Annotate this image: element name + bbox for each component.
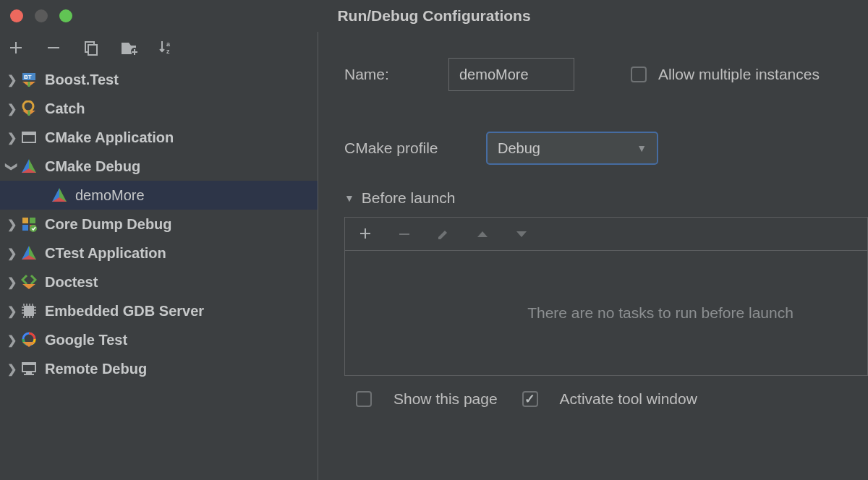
main-panel: Name: Allow multiple instances CMake pro…	[318, 32, 868, 480]
tree-item-cmake-debug[interactable]: ❯ CMake Debug	[0, 152, 318, 181]
name-input[interactable]	[448, 58, 574, 91]
core-dump-icon	[20, 215, 38, 233]
chevron-right-icon: ❯	[3, 333, 20, 347]
cmake-profile-select[interactable]: Debug ▼	[486, 132, 658, 165]
chevron-right-icon: ❯	[3, 218, 20, 231]
copy-config-button[interactable]	[82, 39, 100, 56]
move-down-button[interactable]	[513, 226, 530, 243]
ctest-icon	[20, 244, 38, 262]
chevron-down-icon: ▼	[637, 142, 647, 154]
window-minimize-button[interactable]	[35, 9, 48, 22]
save-template-button[interactable]	[120, 39, 137, 56]
activate-tool-label: Activate tool window	[560, 390, 697, 408]
cmake-debug-icon	[51, 187, 68, 204]
remove-task-button[interactable]	[396, 226, 413, 243]
tree-label: CTest Application	[45, 245, 166, 262]
svg-text:a: a	[166, 40, 171, 48]
chevron-right-icon: ❯	[3, 362, 20, 376]
tree-label: Boost.Test	[45, 72, 119, 88]
add-task-button[interactable]	[357, 226, 374, 243]
chevron-right-icon: ❯	[3, 247, 20, 260]
activate-tool-checkbox[interactable]	[522, 391, 538, 407]
tree-label: CMake Application	[45, 129, 174, 146]
chevron-right-icon: ❯	[3, 73, 20, 87]
config-tree: ❯ BT Boost.Test ❯ Catch ❯ CMake Applicat…	[0, 64, 318, 383]
chevron-right-icon: ❯	[3, 304, 20, 318]
tree-label: Catch	[45, 100, 85, 117]
chevron-right-icon: ❯	[3, 275, 20, 289]
before-launch-header[interactable]: ▼ Before launch	[344, 189, 868, 207]
window-zoom-button[interactable]	[59, 9, 72, 22]
svg-text:z: z	[166, 48, 170, 55]
tree-item-embedded-gdb[interactable]: ❯ Embedded GDB Server	[0, 296, 318, 325]
traffic-lights	[0, 9, 72, 22]
tree-label: Embedded GDB Server	[45, 303, 204, 320]
remote-debug-icon	[20, 360, 38, 377]
tree-item-ctest[interactable]: ❯ CTest Application	[0, 239, 318, 267]
svg-rect-21	[399, 233, 409, 235]
add-config-button[interactable]	[7, 39, 25, 56]
svg-rect-2	[88, 45, 97, 55]
empty-tasks-text: There are no tasks to run before launch	[527, 304, 793, 322]
tree-label: demoMore	[75, 187, 145, 204]
svg-rect-19	[26, 372, 32, 374]
before-launch-toolbar	[344, 217, 868, 250]
svg-rect-12	[30, 218, 35, 223]
tree-item-catch[interactable]: ❯ Catch	[0, 94, 318, 123]
window-title: Run/Debug Configurations	[0, 7, 868, 25]
svg-rect-13	[22, 225, 28, 231]
tree-label: Remote Debug	[45, 361, 147, 377]
remove-config-button[interactable]	[45, 39, 62, 56]
allow-multiple-label: Allow multiple instances	[658, 66, 820, 83]
boost-test-icon: BT	[20, 71, 38, 88]
svg-point-8	[23, 101, 33, 111]
catch-icon	[20, 100, 38, 117]
tree-item-doctest[interactable]: ❯ Doctest	[0, 267, 318, 296]
tree-item-cmake-application[interactable]: ❯ CMake Application	[0, 123, 318, 152]
tree-item-boost-test[interactable]: ❯ BT Boost.Test	[0, 65, 318, 94]
name-label: Name:	[344, 66, 448, 83]
sidebar-toolbar: az	[0, 32, 318, 64]
triangle-down-icon: ▼	[344, 192, 354, 204]
move-up-button[interactable]	[474, 226, 491, 243]
svg-rect-20	[24, 374, 34, 375]
svg-rect-18	[22, 363, 35, 365]
chevron-right-icon: ❯	[3, 131, 20, 145]
tree-label: CMake Debug	[45, 158, 140, 175]
embedded-icon	[20, 302, 38, 320]
before-launch-label: Before launch	[362, 189, 456, 207]
svg-rect-11	[22, 218, 28, 223]
google-test-icon	[20, 331, 38, 348]
svg-point-15	[30, 225, 37, 232]
tree-item-google-test[interactable]: ❯ Google Test	[0, 325, 318, 354]
chevron-right-icon: ❯	[3, 102, 20, 116]
tree-item-remote-debug[interactable]: ❯ Remote Debug	[0, 354, 318, 383]
titlebar: Run/Debug Configurations	[0, 0, 868, 32]
tree-label: Google Test	[45, 332, 127, 348]
select-value: Debug	[498, 140, 540, 157]
svg-rect-16	[24, 306, 34, 316]
show-page-label: Show this page	[393, 390, 498, 408]
show-page-checkbox[interactable]	[356, 391, 372, 407]
doctest-icon	[20, 273, 38, 291]
tree-item-demomore[interactable]: · demoMore	[0, 181, 318, 210]
edit-task-button[interactable]	[435, 226, 452, 243]
tree-item-core-dump[interactable]: ❯ Core Dump Debug	[0, 210, 318, 239]
svg-rect-0	[48, 47, 59, 48]
allow-multiple-checkbox[interactable]	[631, 67, 647, 82]
sort-alpha-button[interactable]: az	[158, 39, 175, 56]
cmake-debug-icon	[20, 158, 38, 175]
tree-label: Doctest	[45, 274, 98, 291]
svg-rect-10	[22, 132, 35, 135]
chevron-down-icon: ❯	[5, 158, 19, 175]
svg-text:BT: BT	[24, 74, 32, 80]
tree-label: Core Dump Debug	[45, 216, 172, 233]
before-launch-list: There are no tasks to run before launch	[344, 250, 868, 376]
window-close-button[interactable]	[10, 9, 23, 22]
cmake-profile-label: CMake profile	[344, 140, 486, 157]
sidebar: az ❯ BT Boost.Test ❯ Catch ❯	[0, 32, 318, 480]
cmake-app-icon	[20, 129, 38, 146]
